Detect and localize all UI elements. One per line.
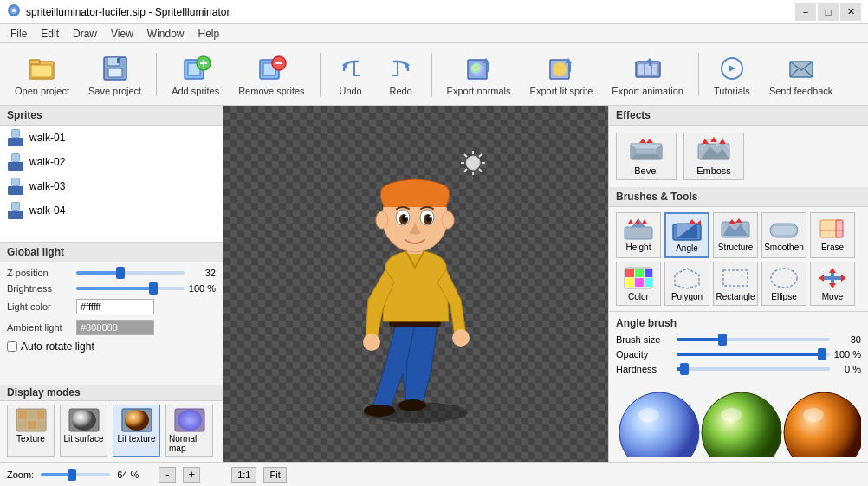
ambient-light-row: Ambient light — [7, 320, 216, 335]
display-mode-texture[interactable]: Texture — [7, 405, 55, 457]
z-position-value: 32 — [185, 268, 216, 278]
brush-polygon-button[interactable]: Polygon — [664, 262, 709, 306]
brush-structure-button[interactable]: Structure — [713, 212, 758, 258]
sprite-item-walk02[interactable]: walk-02 — [0, 150, 223, 174]
ambient-light-input[interactable] — [76, 320, 154, 335]
svg-marker-127 — [841, 275, 846, 282]
svg-point-134 — [721, 408, 742, 422]
export-animation-button[interactable]: Export animation — [604, 47, 691, 102]
hardness-slider[interactable] — [677, 367, 830, 371]
right-panel: Effects Bevel — [608, 106, 868, 462]
open-project-icon — [26, 53, 57, 84]
minimize-button[interactable]: − — [795, 3, 816, 21]
zoom-minus-button[interactable]: - — [159, 467, 176, 483]
opacity-row: Opacity 100 % — [616, 349, 861, 360]
undo-button[interactable]: Undo — [327, 47, 374, 102]
zoom-fit-button[interactable]: Fit — [263, 467, 286, 483]
zoom-1to1-button[interactable]: 1:1 — [231, 467, 256, 483]
svg-point-59 — [125, 410, 149, 431]
brush-rectangle-button[interactable]: Rectangle — [713, 262, 758, 306]
export-normals-button[interactable]: Export normals — [439, 47, 519, 102]
svg-rect-4 — [29, 60, 40, 64]
sprite-item-walk04[interactable]: walk-04 — [0, 198, 223, 223]
svg-rect-42 — [8, 162, 23, 171]
display-mode-lit-texture[interactable]: Lit texture — [113, 405, 160, 457]
ambient-light-label: Ambient light — [7, 322, 76, 333]
opacity-slider[interactable] — [677, 353, 830, 356]
sun-light-indicator[interactable] — [459, 149, 487, 183]
bevel-button[interactable]: Bevel — [616, 133, 677, 180]
svg-rect-41 — [12, 154, 19, 161]
open-project-button[interactable]: Open project — [7, 47, 77, 102]
open-project-label: Open project — [15, 86, 69, 96]
z-position-label: Z position — [7, 268, 76, 278]
zoom-plus-button[interactable]: + — [183, 467, 200, 483]
tutorials-icon — [716, 53, 748, 84]
brush-erase-button[interactable]: Erase — [810, 212, 855, 258]
svg-rect-55 — [37, 421, 44, 429]
remove-sprites-icon — [256, 53, 287, 84]
send-feedback-button[interactable]: Send feedback — [761, 47, 840, 102]
svg-marker-108 — [735, 218, 742, 223]
svg-rect-47 — [12, 203, 19, 210]
remove-sprites-button[interactable]: Remove sprites — [230, 47, 312, 102]
menu-edit[interactable]: Edit — [34, 26, 66, 42]
brush-ellipse-button[interactable]: Ellipse — [761, 262, 806, 306]
tutorials-button[interactable]: Tutorials — [706, 47, 758, 102]
display-mode-lit-surface[interactable]: Lit surface — [60, 405, 107, 457]
smoothen-brush-label: Smoothen — [764, 243, 804, 252]
sprite-item-walk01[interactable]: walk-01 — [0, 126, 223, 150]
menu-help[interactable]: Help — [191, 26, 227, 42]
global-light-panel: Z position 32 Brightness — [0, 262, 223, 379]
menu-window[interactable]: Window — [140, 26, 191, 42]
z-position-slider[interactable] — [76, 271, 185, 275]
menu-draw[interactable]: Draw — [66, 26, 104, 42]
lit-surface-mode-label: Lit surface — [63, 434, 103, 444]
brightness-slider[interactable] — [76, 287, 185, 290]
brush-size-slider[interactable] — [677, 338, 830, 341]
add-sprites-button[interactable]: Add sprites — [164, 47, 227, 102]
svg-marker-91 — [646, 139, 653, 143]
svg-rect-18 — [275, 62, 282, 64]
export-normals-icon — [463, 53, 495, 84]
light-color-input[interactable] — [76, 299, 154, 314]
brush-height-button[interactable]: Height — [616, 212, 661, 258]
svg-rect-117 — [645, 269, 652, 277]
svg-marker-90 — [639, 139, 646, 143]
main-layout: Sprites walk-01 — [0, 106, 868, 462]
sprites-list: walk-01 walk-02 — [0, 126, 223, 243]
brush-angle-button[interactable]: Angle — [664, 212, 709, 258]
move-brush-label: Move — [822, 292, 843, 301]
brightness-label: Brightness — [7, 283, 76, 294]
menu-file[interactable]: File — [3, 26, 34, 42]
svg-point-73 — [364, 405, 395, 417]
brush-color-button[interactable]: Color — [616, 262, 661, 306]
texture-thumb-icon — [16, 408, 47, 432]
canvas-area[interactable] — [223, 106, 608, 462]
brush-smoothen-button[interactable]: Smoothen — [761, 212, 806, 258]
structure-brush-label: Structure — [718, 243, 754, 252]
ambient-light-control — [76, 320, 216, 335]
svg-rect-118 — [625, 278, 634, 287]
structure-brush-icon — [720, 217, 751, 241]
maximize-button[interactable]: □ — [818, 3, 839, 21]
undo-label: Undo — [339, 86, 361, 96]
redo-button[interactable]: Redo — [378, 47, 424, 102]
sprite-item-walk03[interactable]: walk-03 — [0, 174, 223, 198]
svg-point-88 — [442, 211, 454, 229]
close-button[interactable]: ✕ — [840, 3, 861, 21]
auto-rotate-checkbox[interactable] — [7, 341, 17, 352]
sprite-thumb-walk03 — [7, 178, 24, 195]
menu-view[interactable]: View — [104, 26, 140, 42]
emboss-button[interactable]: Emboss — [683, 133, 744, 180]
display-mode-normal-map[interactable]: Normal map — [165, 405, 213, 457]
brushes-grid: Height Angle — [609, 207, 868, 311]
export-lit-sprite-button[interactable]: Export lit sprite — [522, 47, 601, 102]
zoom-slider[interactable] — [41, 473, 110, 476]
color-brush-icon — [623, 266, 654, 290]
brush-move-button[interactable]: Move — [810, 262, 855, 306]
save-project-button[interactable]: Save project — [81, 47, 149, 102]
sprite-thumb-walk01 — [7, 129, 24, 146]
toolbar-sep-1 — [156, 53, 157, 96]
svg-rect-38 — [12, 130, 19, 137]
